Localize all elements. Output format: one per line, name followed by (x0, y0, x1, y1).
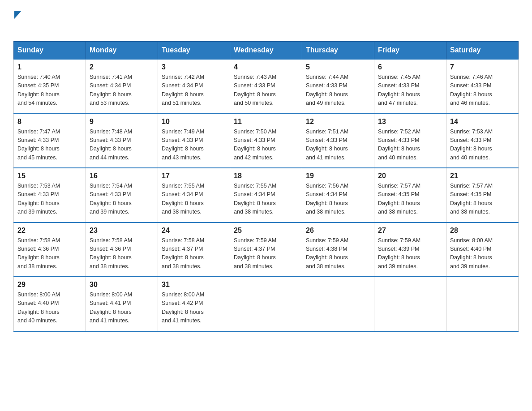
calendar-cell: 11 Sunrise: 7:50 AMSunset: 4:33 PMDaylig… (230, 114, 302, 168)
empty-cell (230, 277, 302, 331)
calendar-cell: 31 Sunrise: 8:00 AMSunset: 4:42 PMDaylig… (158, 277, 230, 331)
day-info: Sunrise: 7:41 AMSunset: 4:34 PMDaylight:… (90, 74, 132, 106)
day-number: 30 (90, 281, 154, 289)
day-info: Sunrise: 7:55 AMSunset: 4:34 PMDaylight:… (234, 183, 276, 215)
day-info: Sunrise: 7:48 AMSunset: 4:33 PMDaylight:… (90, 128, 132, 161)
day-number: 3 (162, 63, 226, 71)
calendar-cell: 2 Sunrise: 7:41 AMSunset: 4:34 PMDayligh… (86, 59, 158, 114)
empty-cell (302, 277, 374, 331)
day-number: 9 (90, 118, 154, 126)
day-info: Sunrise: 7:57 AMSunset: 4:35 PMDaylight:… (378, 183, 420, 215)
day-info: Sunrise: 8:00 AMSunset: 4:41 PMDaylight:… (90, 291, 132, 324)
calendar-cell: 12 Sunrise: 7:51 AMSunset: 4:33 PMDaylig… (302, 114, 374, 168)
header-monday: Monday (86, 42, 158, 60)
calendar-cell: 27 Sunrise: 7:59 AMSunset: 4:39 PMDaylig… (374, 223, 446, 277)
day-number: 7 (450, 63, 515, 71)
page-header (13, 9, 519, 32)
day-number: 26 (306, 227, 370, 235)
day-info: Sunrise: 7:46 AMSunset: 4:33 PMDaylight:… (450, 74, 493, 106)
day-info: Sunrise: 7:50 AMSunset: 4:33 PMDaylight:… (234, 128, 276, 161)
day-info: Sunrise: 7:45 AMSunset: 4:33 PMDaylight:… (378, 74, 420, 106)
day-info: Sunrise: 8:00 AMSunset: 4:40 PMDaylight:… (17, 291, 60, 324)
calendar-week-row: 1 Sunrise: 7:40 AMSunset: 4:35 PMDayligh… (14, 59, 519, 114)
day-number: 15 (17, 172, 82, 180)
day-number: 28 (450, 227, 515, 235)
calendar-cell: 7 Sunrise: 7:46 AMSunset: 4:33 PMDayligh… (446, 59, 519, 114)
calendar-cell: 20 Sunrise: 7:57 AMSunset: 4:35 PMDaylig… (374, 168, 446, 223)
logo-arrow-icon (14, 11, 21, 19)
day-number: 11 (234, 118, 298, 126)
calendar-week-row: 15 Sunrise: 7:53 AMSunset: 4:33 PMDaylig… (14, 168, 519, 223)
day-number: 10 (162, 118, 226, 126)
day-number: 24 (162, 227, 226, 235)
day-info: Sunrise: 7:51 AMSunset: 4:33 PMDaylight:… (306, 128, 348, 161)
day-number: 13 (378, 118, 442, 126)
empty-cell (446, 277, 519, 331)
day-number: 2 (90, 63, 154, 71)
calendar-cell: 26 Sunrise: 7:59 AMSunset: 4:38 PMDaylig… (302, 223, 374, 277)
day-number: 8 (17, 118, 82, 126)
empty-cell (374, 277, 446, 331)
calendar-cell: 9 Sunrise: 7:48 AMSunset: 4:33 PMDayligh… (86, 114, 158, 168)
calendar-cell: 10 Sunrise: 7:49 AMSunset: 4:33 PMDaylig… (158, 114, 230, 168)
calendar-cell: 8 Sunrise: 7:47 AMSunset: 4:33 PMDayligh… (14, 114, 86, 168)
day-info: Sunrise: 7:53 AMSunset: 4:33 PMDaylight:… (450, 128, 493, 161)
day-number: 27 (378, 227, 442, 235)
day-number: 21 (450, 172, 515, 180)
day-info: Sunrise: 7:59 AMSunset: 4:37 PMDaylight:… (234, 237, 276, 270)
day-number: 23 (90, 227, 154, 235)
calendar-cell: 30 Sunrise: 8:00 AMSunset: 4:41 PMDaylig… (86, 277, 158, 331)
calendar-cell: 1 Sunrise: 7:40 AMSunset: 4:35 PMDayligh… (14, 59, 86, 114)
calendar-cell: 21 Sunrise: 7:57 AMSunset: 4:35 PMDaylig… (446, 168, 519, 223)
day-number: 31 (162, 281, 226, 289)
header-tuesday: Tuesday (158, 42, 230, 60)
calendar-table: SundayMondayTuesdayWednesdayThursdayFrid… (13, 41, 519, 332)
calendar-cell: 16 Sunrise: 7:54 AMSunset: 4:33 PMDaylig… (86, 168, 158, 223)
day-number: 18 (234, 172, 298, 180)
calendar-cell: 15 Sunrise: 7:53 AMSunset: 4:33 PMDaylig… (14, 168, 86, 223)
day-info: Sunrise: 7:58 AMSunset: 4:36 PMDaylight:… (90, 237, 132, 270)
calendar-week-row: 8 Sunrise: 7:47 AMSunset: 4:33 PMDayligh… (14, 114, 519, 168)
day-info: Sunrise: 7:59 AMSunset: 4:38 PMDaylight:… (306, 237, 348, 270)
calendar-cell: 29 Sunrise: 8:00 AMSunset: 4:40 PMDaylig… (14, 277, 86, 331)
day-number: 4 (234, 63, 298, 71)
calendar-cell: 14 Sunrise: 7:53 AMSunset: 4:33 PMDaylig… (446, 114, 519, 168)
calendar-cell: 23 Sunrise: 7:58 AMSunset: 4:36 PMDaylig… (86, 223, 158, 277)
day-number: 19 (306, 172, 370, 180)
day-number: 29 (17, 281, 82, 289)
calendar-cell: 19 Sunrise: 7:56 AMSunset: 4:34 PMDaylig… (302, 168, 374, 223)
day-number: 6 (378, 63, 442, 71)
day-info: Sunrise: 7:59 AMSunset: 4:39 PMDaylight:… (378, 237, 420, 270)
header-saturday: Saturday (446, 42, 519, 60)
calendar-cell: 24 Sunrise: 7:58 AMSunset: 4:37 PMDaylig… (158, 223, 230, 277)
day-info: Sunrise: 7:55 AMSunset: 4:34 PMDaylight:… (162, 183, 204, 215)
day-info: Sunrise: 7:40 AMSunset: 4:35 PMDaylight:… (17, 74, 60, 106)
header-friday: Friday (374, 42, 446, 60)
day-number: 12 (306, 118, 370, 126)
day-info: Sunrise: 7:52 AMSunset: 4:33 PMDaylight:… (378, 128, 420, 161)
day-number: 22 (17, 227, 82, 235)
day-info: Sunrise: 7:53 AMSunset: 4:33 PMDaylight:… (17, 183, 60, 215)
day-info: Sunrise: 8:00 AMSunset: 4:42 PMDaylight:… (162, 291, 204, 324)
calendar-cell: 13 Sunrise: 7:52 AMSunset: 4:33 PMDaylig… (374, 114, 446, 168)
day-info: Sunrise: 7:58 AMSunset: 4:36 PMDaylight:… (17, 237, 60, 270)
calendar-cell: 17 Sunrise: 7:55 AMSunset: 4:34 PMDaylig… (158, 168, 230, 223)
header-wednesday: Wednesday (230, 42, 302, 60)
day-info: Sunrise: 8:00 AMSunset: 4:40 PMDaylight:… (450, 237, 493, 270)
day-number: 25 (234, 227, 298, 235)
calendar-cell: 25 Sunrise: 7:59 AMSunset: 4:37 PMDaylig… (230, 223, 302, 277)
calendar-week-row: 29 Sunrise: 8:00 AMSunset: 4:40 PMDaylig… (14, 277, 519, 331)
day-number: 5 (306, 63, 370, 71)
calendar-week-row: 22 Sunrise: 7:58 AMSunset: 4:36 PMDaylig… (14, 223, 519, 277)
day-info: Sunrise: 7:44 AMSunset: 4:33 PMDaylight:… (306, 74, 348, 106)
day-number: 17 (162, 172, 226, 180)
day-number: 1 (17, 63, 82, 71)
day-info: Sunrise: 7:58 AMSunset: 4:37 PMDaylight:… (162, 237, 204, 270)
calendar-cell: 22 Sunrise: 7:58 AMSunset: 4:36 PMDaylig… (14, 223, 86, 277)
calendar-cell: 18 Sunrise: 7:55 AMSunset: 4:34 PMDaylig… (230, 168, 302, 223)
logo (13, 9, 21, 32)
day-number: 20 (378, 172, 442, 180)
calendar-cell: 5 Sunrise: 7:44 AMSunset: 4:33 PMDayligh… (302, 59, 374, 114)
day-info: Sunrise: 7:43 AMSunset: 4:33 PMDaylight:… (234, 74, 276, 106)
day-info: Sunrise: 7:49 AMSunset: 4:33 PMDaylight:… (162, 128, 204, 161)
